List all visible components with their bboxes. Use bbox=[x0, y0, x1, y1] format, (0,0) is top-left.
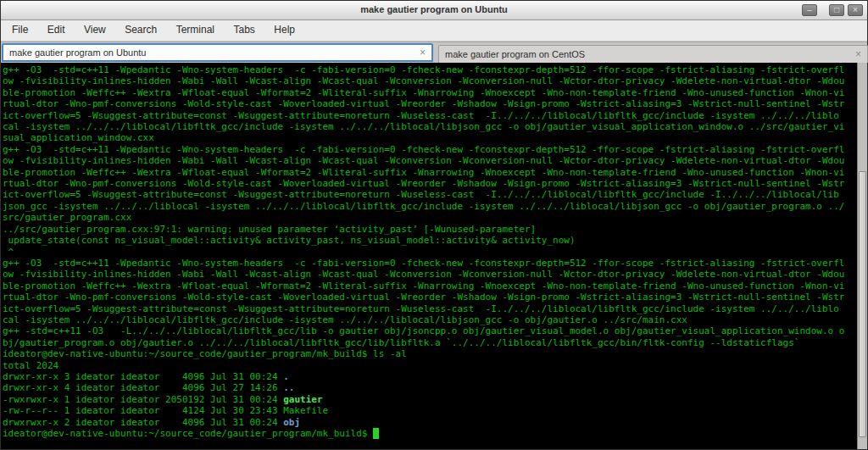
terminal-line: g++ -O3 -std=c++11 -Wpedantic -Wno-syste… bbox=[3, 64, 855, 75]
terminal-line: src/gautier_program.cxx bbox=[3, 212, 855, 223]
menu-item-edit[interactable]: Edit bbox=[40, 20, 73, 40]
terminal-line: ow -fvisibility-inlines-hidden -Wabi -Wa… bbox=[3, 269, 855, 280]
terminal-line: ict-overflow=5 -Wsuggest-attribute=const… bbox=[3, 303, 855, 314]
minimize-button[interactable]: – bbox=[802, 4, 817, 16]
terminal-line: sual_application_window.cxx bbox=[3, 132, 855, 143]
title-bar: make gautier program on Ubuntu – □ × bbox=[1, 1, 867, 20]
terminal-line: drwxr-xr-x 3 ideator ideator 4096 Jul 31… bbox=[3, 371, 855, 382]
terminal-line: ow -fvisibility-inlines-hidden -Wabi -Wa… bbox=[3, 75, 855, 86]
close-button[interactable]: × bbox=[848, 4, 863, 16]
terminal-dir-text: obj bbox=[283, 417, 300, 428]
terminal-line: ../src/gautier_program.cxx:97:1: warning… bbox=[3, 224, 855, 235]
menu-item-view[interactable]: View bbox=[76, 20, 114, 40]
terminal-line: ^ bbox=[3, 247, 855, 258]
terminal-line: ble-promotion -Weffc++ -Wextra -Wfloat-e… bbox=[3, 87, 855, 98]
scrollbar-thumb[interactable] bbox=[859, 171, 866, 437]
tab-centos[interactable]: make gautier program on CentOS × bbox=[438, 45, 868, 63]
tab-ubuntu[interactable]: make gautier program on Ubuntu × bbox=[2, 43, 433, 62]
terminal-line: cal -isystem ../../../liblocal/libfltk_g… bbox=[3, 121, 855, 132]
terminal-line: drwxr-xr-x 4 ideator ideator 4096 Jul 27… bbox=[3, 382, 855, 393]
terminal-line: ideator@dev-native-ubuntu:~/source_code/… bbox=[3, 348, 855, 359]
menu-bar: File Edit View Search Terminal Tabs Help bbox=[1, 20, 867, 42]
terminal-window: make gautier program on Ubuntu – □ × Fil… bbox=[0, 0, 868, 450]
maximize-icon: □ bbox=[834, 5, 839, 14]
terminal-line: rtual-dtor -Wno-pmf-conversions -Wold-st… bbox=[3, 292, 855, 303]
terminal-line: -rw-r--r-- 1 ideator ideator 4124 Jul 30… bbox=[3, 405, 855, 416]
terminal-line: json_gcc -isystem ../../../liblocal -isy… bbox=[3, 201, 855, 212]
menu-item-terminal[interactable]: Terminal bbox=[169, 20, 222, 40]
scrollbar[interactable] bbox=[857, 63, 867, 449]
terminal-area[interactable]: g++ -O3 -std=c++11 -Wpedantic -Wno-syste… bbox=[1, 63, 867, 449]
menu-item-help[interactable]: Help bbox=[266, 20, 303, 40]
terminal-line: ideator@dev-native-ubuntu:~/source_code/… bbox=[3, 428, 855, 439]
close-tab-icon[interactable]: × bbox=[849, 49, 867, 59]
terminal-line: g++ -O3 -std=c++11 -Wpedantic -Wno-syste… bbox=[3, 258, 855, 269]
window-title: make gautier program on Ubuntu bbox=[1, 1, 867, 19]
terminal-line: drwxrwxr-x 2 ideator ideator 4096 Jul 31… bbox=[3, 417, 855, 428]
minimize-icon: – bbox=[807, 5, 812, 14]
terminal-line: ow -fvisibility-inlines-hidden -Wabi -Wa… bbox=[3, 155, 855, 166]
terminal-line: ict-overflow=5 -Wsuggest-attribute=const… bbox=[3, 189, 855, 200]
terminal-line: cal -isystem ../../../liblocal/libfltk_g… bbox=[3, 314, 855, 325]
terminal-line: total 2024 bbox=[3, 360, 855, 371]
terminal-line: rtual-dtor -Wno-pmf-conversions -Wold-st… bbox=[3, 178, 855, 189]
terminal-dir-text: . bbox=[283, 371, 289, 382]
terminal-exec-text: gautier bbox=[283, 394, 322, 405]
terminal-line: g++ -O3 -std=c++11 -Wpedantic -Wno-syste… bbox=[3, 144, 855, 155]
terminal-line: ict-overflow=5 -Wsuggest-attribute=const… bbox=[3, 110, 855, 121]
terminal-cursor bbox=[373, 428, 379, 439]
terminal-line: rtual-dtor -Wno-pmf-conversions -Wold-st… bbox=[3, 98, 855, 109]
maximize-button[interactable]: □ bbox=[829, 4, 844, 16]
menu-item-tabs[interactable]: Tabs bbox=[225, 20, 262, 40]
terminal-line: ble-promotion -Weffc++ -Wextra -Wfloat-e… bbox=[3, 167, 855, 178]
menu-item-file[interactable]: File bbox=[4, 20, 36, 40]
close-tab-icon[interactable]: × bbox=[414, 47, 431, 58]
close-icon: × bbox=[853, 5, 858, 14]
tab-bar: make gautier program on Ubuntu × make ga… bbox=[1, 42, 867, 63]
terminal-line: -rwxrwxr-x 1 ideator ideator 2050192 Jul… bbox=[3, 394, 855, 405]
terminal-line: bj/gautier_program.o obj/gautier.o ../..… bbox=[3, 337, 855, 348]
tab-label: make gautier program on CentOS bbox=[439, 49, 849, 59]
tab-label: make gautier program on Ubuntu bbox=[3, 47, 414, 58]
terminal-dir-text: .. bbox=[283, 382, 294, 393]
menu-item-search[interactable]: Search bbox=[117, 20, 164, 40]
terminal-line: update_state(const ns_visual_model::acti… bbox=[3, 235, 855, 246]
terminal-line: g++ -std=c++11 -O3 -L../../../liblocal/l… bbox=[3, 325, 855, 336]
terminal-output: g++ -O3 -std=c++11 -Wpedantic -Wno-syste… bbox=[3, 64, 855, 449]
terminal-line: ble-promotion -Weffc++ -Wextra -Wfloat-e… bbox=[3, 281, 855, 292]
